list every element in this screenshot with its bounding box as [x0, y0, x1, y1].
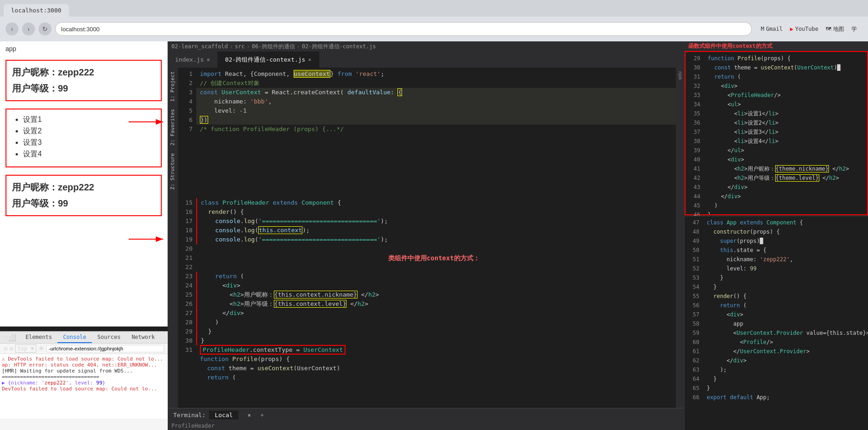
setting-2: 设置2 [23, 126, 155, 136]
console-line-6: DevTools failed to load source map: Coul… [2, 386, 166, 392]
maps-icon: 🗺 [826, 26, 831, 32]
right-line-numbers-bottom: 47484950515253 54555657585960 6162636465… [685, 216, 703, 430]
bookmark-gmail[interactable]: M Gmail [761, 26, 783, 32]
code-line-6: }) [196, 115, 676, 125]
browser-tabs: localhost:3000 [0, 0, 868, 17]
user-nickname-1: 用户昵称：zepp222 [12, 66, 155, 79]
code-line-22: <h2>用户昵称：{this.context.nickname} </h2> [196, 290, 676, 299]
browser-tab[interactable]: localhost:3000 [4, 4, 69, 17]
console-filter-input[interactable] [46, 345, 164, 352]
terminal-bar: Terminal: Local × + [168, 408, 684, 422]
bookmark-learn[interactable]: 学 [851, 25, 857, 33]
code-lines: import React, {Component, useContext} fr… [196, 68, 676, 408]
tab-context-js-close[interactable]: × [308, 57, 311, 63]
code-line-29: function Profile(props) { [196, 355, 676, 364]
top-dropdown[interactable]: top ▼ [15, 344, 36, 353]
npm-sidebar: npm [676, 68, 684, 408]
console-line-1: ⚠ DevTools failed to load source map: Co… [2, 356, 166, 362]
setting-1: 设置1 [23, 115, 155, 125]
code-line-7: /* function ProfileHeader (props) {...*/ [196, 125, 676, 134]
cursor-icon[interactable]: ⬚ [4, 334, 7, 341]
code-line-31: return ( [196, 373, 676, 382]
editor-tabs: index.js × 02-跨组件通信-context.js × [168, 52, 684, 68]
devtools: ⬚ ⬜ Elements Console Sources Network ⊘ ⊘… [0, 331, 168, 430]
devtools-tabs: ⬚ ⬜ Elements Console Sources Network [0, 332, 168, 344]
console-line-4: ================================ [2, 374, 166, 380]
breadcrumb-1: 02-learn_scaffold [171, 43, 228, 50]
code-line-27: } [196, 336, 676, 345]
right-code-lines-bottom: class App extends Component { constructo… [703, 216, 868, 430]
bookmark-youtube[interactable]: ▶ YouTube [790, 26, 818, 32]
code-line-16: render() { [196, 207, 676, 217]
breadcrumb-4: 02-跨组件通信-context.js [302, 43, 376, 51]
code-line-5: level: -1 [196, 106, 676, 115]
user-box-1: 用户昵称：zepp222 用户等级：99 [6, 60, 162, 101]
browser-app: app 用户昵称：zepp222 用户等级：99 设置1 设置2 设置3 设置4… [0, 41, 168, 327]
bookmark-maps[interactable]: 🗺 地图 [826, 25, 844, 33]
code-line-15: class ProfileHeader extends Component { [196, 198, 676, 207]
devtools-toolbar: ⊘ ⊘ top ▼ 👁 [0, 344, 168, 354]
code-line-30: const theme = useContext(UserContext) [196, 364, 676, 373]
right-bottom: 47484950515253 54555657585960 6162636465… [685, 216, 868, 430]
code-line-21: <div> [196, 281, 676, 290]
tab-index-js[interactable]: index.js × [168, 52, 218, 68]
editor-area: 02-learn_scaffold › src › 06-跨组件的通信 › 02… [168, 41, 684, 430]
user-nickname-2: 用户昵称：zepp222 [12, 181, 155, 194]
panel-favorites[interactable]: 2: Favorites [168, 105, 178, 149]
line-numbers: 1234567 15161718192021 22232425262728 29… [178, 68, 196, 408]
code-line-2: // 创建Context对象 [196, 79, 676, 88]
eye-icon[interactable]: 👁 [38, 345, 45, 352]
tab-console[interactable]: Console [57, 332, 92, 343]
code-line-1: import React, {Component, useContext} fr… [196, 69, 676, 79]
right-line-numbers-top: 29303132333435 36373839404142 43444546 [686, 52, 704, 214]
tab-elements[interactable]: Elements [20, 332, 57, 343]
user-box-2: 用户昵称：zepp222 用户等级：99 [6, 175, 162, 216]
terminal-tab-plus[interactable]: × [242, 411, 257, 419]
youtube-icon: ▶ [790, 26, 793, 32]
main-layout: app 用户昵称：zepp222 用户等级：99 设置1 设置2 设置3 设置4… [0, 41, 868, 430]
tab-context-js-label: 02-跨组件通信-context.js [225, 56, 306, 64]
code-line-24: </div> [196, 309, 676, 318]
user-level-2: 用户等级：99 [12, 197, 155, 210]
terminal-tab-local[interactable]: Local [209, 411, 238, 419]
forward-button[interactable]: › [22, 23, 35, 35]
terminal-add[interactable]: + [260, 412, 264, 419]
code-line-3: const UserContext = React.createContext(… [196, 88, 676, 97]
profile-header-label: ProfileHeader [168, 422, 684, 430]
gmail-icon: M [761, 26, 764, 32]
right-top: 函数式组件中使用context的方式 29303132333435 363738… [685, 41, 868, 216]
settings-ul: 设置1 设置2 设置3 设置4 [12, 115, 155, 159]
block-icon[interactable]: ⊘ [4, 345, 7, 352]
url-bar[interactable] [55, 22, 752, 36]
panel-structure[interactable]: Z: Structure [168, 149, 178, 193]
code-line-4: nickname: 'bbb', [196, 97, 676, 106]
code-annotation: 类组件中使用context的方式： [196, 244, 676, 272]
setting-4: 设置4 [23, 149, 155, 159]
filter-icon[interactable]: ⊘ [9, 345, 13, 352]
breadcrumb-3: 06-跨组件的通信 [252, 43, 295, 51]
tab-context-js[interactable]: 02-跨组件通信-context.js × [218, 52, 319, 68]
code-line-17: console.log('===========================… [196, 217, 676, 226]
right-panel: 函数式组件中使用context的方式 29303132333435 363738… [684, 41, 868, 430]
panel-project[interactable]: 1: Project [168, 68, 178, 105]
code-editor-main: 1234567 15161718192021 22232425262728 29… [178, 68, 676, 408]
console-line-3: [HMR] Waiting for update signal from WDS… [2, 368, 166, 374]
npm-label: npm [678, 71, 683, 80]
code-line-25: ) [196, 318, 676, 327]
setting-3: 设置3 [23, 138, 155, 148]
console-line-2: ap: HTTP error: status code 404, net::ER… [2, 362, 166, 368]
browser-toolbar: ‹ › ↻ M Gmail ▶ YouTube 🗺 地图 学 [0, 17, 868, 41]
tab-label: localhost:3000 [11, 7, 62, 14]
browser-chrome: localhost:3000 ‹ › ↻ M Gmail ▶ YouTube 🗺… [0, 0, 868, 41]
code-line-gap [196, 134, 676, 143]
device-icon[interactable]: ⬜ [8, 334, 16, 341]
breadcrumb-2: src [235, 43, 245, 50]
code-line-23: <h2>用户等级：{this.context.level} </h2> [196, 299, 676, 309]
tab-network[interactable]: Network [126, 332, 160, 343]
tab-sources[interactable]: Sources [92, 332, 126, 343]
code-line-28: ProfileHeader.contextType = UserContext [196, 345, 676, 355]
back-button[interactable]: ‹ [6, 23, 18, 35]
bookmarks-bar: M Gmail ▶ YouTube 🗺 地图 学 [755, 24, 862, 34]
reload-button[interactable]: ↻ [39, 23, 51, 35]
tab-index-js-close[interactable]: × [207, 57, 210, 63]
